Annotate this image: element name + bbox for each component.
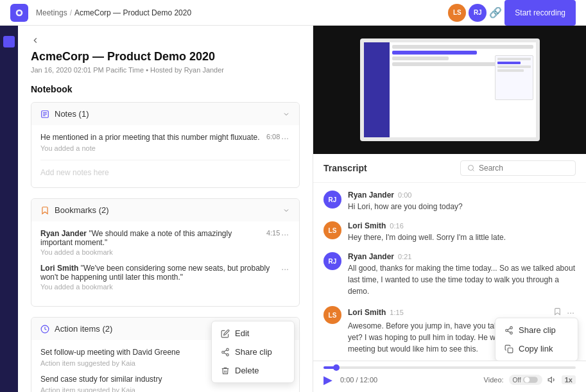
notes-section-header[interactable]: Notes (1) bbox=[31, 103, 299, 125]
note-menu-button[interactable]: ··· bbox=[280, 133, 290, 143]
breadcrumb-meetings[interactable]: Meetings bbox=[36, 8, 67, 17]
right-panel: Transcript RJ Ryan Jander 0:00 Hi bbox=[313, 26, 586, 392]
player-controls: ▶ 0:00 / 12:00 Video: Off 1x bbox=[323, 373, 576, 387]
msg-actions-4: ··· bbox=[552, 306, 576, 319]
notes-header-left: Notes (1) bbox=[40, 109, 89, 119]
context-delete-label: Delete bbox=[235, 366, 259, 375]
avatar-ls-4: LS bbox=[323, 306, 341, 324]
msg-time-3: 0:21 bbox=[398, 253, 411, 260]
note-row: He mentioned in a prior meeting that thi… bbox=[40, 133, 290, 143]
player-bar: ▶ 0:00 / 12:00 Video: Off 1x bbox=[313, 361, 586, 392]
fp-bar-2 bbox=[497, 62, 521, 64]
svg-line-17 bbox=[508, 330, 510, 332]
bookmark-time-1: 4:15 bbox=[266, 229, 280, 237]
play-button[interactable]: ▶ bbox=[323, 373, 332, 387]
screen-bar-3 bbox=[392, 56, 449, 60]
main-layout: AcmeCorp — Product Demo 2020 Jan 16, 202… bbox=[0, 26, 586, 392]
video-area bbox=[313, 26, 586, 154]
breadcrumb-separator: / bbox=[70, 8, 72, 17]
current-time: 0:00 bbox=[340, 376, 354, 384]
notes-label: Notes (1) bbox=[55, 109, 89, 119]
transcript-search-box bbox=[460, 160, 576, 176]
clip-copy-label: Copy link bbox=[519, 344, 553, 354]
avatar-rj-1: RJ bbox=[323, 191, 341, 209]
msg-header-4: Lori Smith 1:15 ··· bbox=[348, 306, 576, 319]
svg-point-1 bbox=[17, 11, 21, 14]
svg-line-13 bbox=[472, 169, 474, 171]
msg-text-1: Hi Lori, how are you doing today? bbox=[348, 201, 576, 212]
msg-time-4: 1:15 bbox=[390, 309, 403, 316]
svg-point-21 bbox=[524, 377, 530, 382]
clip-action-button[interactable]: ··· bbox=[565, 306, 576, 319]
msg-time-2: 0:16 bbox=[390, 222, 403, 230]
sidebar bbox=[0, 26, 18, 392]
fp-bar-1 bbox=[497, 58, 531, 60]
context-edit-label: Edit bbox=[235, 328, 249, 338]
progress-handle[interactable] bbox=[333, 364, 340, 371]
screen-mock bbox=[360, 38, 540, 141]
action-meta-2: Action item suggested by Kaia bbox=[40, 386, 290, 392]
avatar-rj-3: RJ bbox=[323, 252, 341, 270]
breadcrumb: Meetings / AcmeCorp — Product Demo 2020 bbox=[10, 4, 191, 22]
share-link-button[interactable]: 🔗 bbox=[489, 6, 502, 19]
top-navigation: Meetings / AcmeCorp — Product Demo 2020 … bbox=[0, 0, 586, 26]
svg-point-16 bbox=[510, 332, 513, 334]
svg-point-8 bbox=[227, 354, 229, 356]
context-menu-edit[interactable]: Edit bbox=[212, 324, 294, 343]
message-3: RJ Ryan Jander 0:21 All good, thanks for… bbox=[323, 252, 576, 297]
notes-chevron-icon bbox=[282, 110, 290, 118]
bookmarks-header-right bbox=[282, 207, 290, 214]
bookmark-action-button[interactable] bbox=[552, 306, 563, 319]
clip-share-item[interactable]: Share clip bbox=[496, 321, 578, 339]
bookmark-menu-button-2[interactable]: ··· bbox=[280, 264, 290, 274]
context-menu-share-clip[interactable]: Share clip bbox=[212, 343, 294, 361]
floating-panel bbox=[495, 55, 533, 100]
volume-icon[interactable] bbox=[547, 375, 556, 384]
search-input[interactable] bbox=[479, 164, 569, 173]
bookmarks-header-left: Bookmarks (2) bbox=[40, 205, 109, 215]
screen-sidebar bbox=[364, 42, 390, 137]
toggle-icon bbox=[523, 376, 539, 384]
bookmark-context-menu: Edit Share clip Delete bbox=[211, 321, 295, 383]
screen-inner bbox=[364, 42, 536, 137]
search-icon bbox=[467, 164, 475, 172]
svg-line-18 bbox=[508, 328, 510, 329]
msg-content-3: Ryan Jander 0:21 All good, thanks for ma… bbox=[348, 252, 576, 297]
share-clip-icon bbox=[221, 348, 230, 357]
avatar-ls: LS bbox=[448, 4, 466, 22]
fp-bar-3 bbox=[497, 65, 531, 68]
sidebar-icon bbox=[3, 36, 15, 47]
time-display: 0:00 / 12:00 bbox=[340, 376, 377, 384]
progress-track[interactable] bbox=[323, 366, 576, 369]
action-items-label: Action items (2) bbox=[55, 324, 112, 334]
message-2: LS Lori Smith 0:16 Hey there, I'm doing … bbox=[323, 221, 576, 243]
meeting-title: AcmeCorp — Product Demo 2020 bbox=[31, 50, 300, 64]
transcript-title: Transcript bbox=[323, 163, 367, 173]
context-share-clip-label: Share clip bbox=[235, 347, 272, 357]
clip-copy-item[interactable]: Copy link bbox=[496, 339, 578, 358]
messages-list: RJ Ryan Jander 0:00 Hi Lori, how are you… bbox=[313, 183, 586, 361]
speed-badge[interactable]: 1x bbox=[562, 375, 576, 384]
bookmarks-section: Bookmarks (2) Ryan Jander "We should mak… bbox=[31, 198, 300, 307]
bookmark-row-1: Ryan Jander "We should make a note of th… bbox=[40, 229, 290, 247]
svg-rect-19 bbox=[508, 348, 513, 353]
msg-time-1: 0:00 bbox=[398, 191, 411, 199]
msg-header-1: Ryan Jander 0:00 bbox=[348, 191, 576, 200]
context-menu-delete[interactable]: Delete bbox=[212, 361, 294, 380]
video-toggle[interactable]: Off bbox=[509, 375, 542, 385]
left-panel: AcmeCorp — Product Demo 2020 Jan 16, 202… bbox=[18, 26, 313, 392]
back-button[interactable] bbox=[31, 36, 300, 45]
player-right: Video: Off 1x bbox=[484, 375, 576, 385]
fp-bar-4 bbox=[497, 69, 524, 72]
bookmarks-label: Bookmarks (2) bbox=[55, 205, 109, 215]
bookmarks-section-header[interactable]: Bookmarks (2) bbox=[31, 199, 299, 221]
bookmark-action-icon bbox=[553, 307, 562, 316]
bookmark-item-2: Lori Smith "We've been considering some … bbox=[40, 264, 290, 291]
svg-line-10 bbox=[224, 350, 227, 351]
start-recording-button[interactable]: Start recording bbox=[504, 0, 576, 26]
bookmark-menu-button-1[interactable]: ··· bbox=[280, 229, 290, 239]
breadcrumb-current: AcmeCorp — Product Demo 2020 bbox=[74, 8, 191, 17]
video-label: Video: bbox=[484, 376, 504, 384]
add-note-placeholder[interactable]: Add new notes here bbox=[40, 166, 290, 180]
total-time: 12:00 bbox=[360, 376, 378, 384]
